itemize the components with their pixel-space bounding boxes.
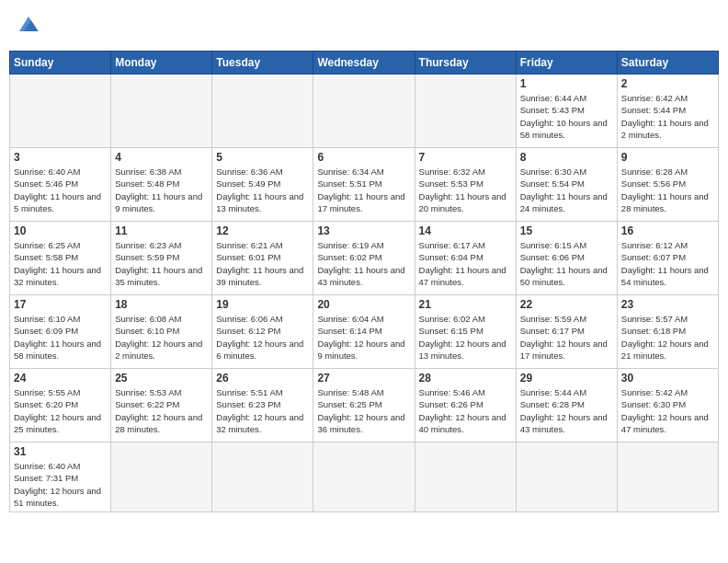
weekday-header-wednesday: Wednesday [313,52,415,75]
day-info: Sunrise: 6:15 AM Sunset: 6:06 PM Dayligh… [520,239,613,288]
day-info: Sunrise: 6:34 AM Sunset: 5:51 PM Dayligh… [317,166,410,214]
calendar-cell-21: 21Sunrise: 6:02 AM Sunset: 6:15 PM Dayli… [415,295,516,369]
calendar-cell-12: 12Sunrise: 6:21 AM Sunset: 6:01 PM Dayli… [212,222,313,295]
day-number: 29 [520,372,613,385]
day-info: Sunrise: 6:38 AM Sunset: 5:48 PM Dayligh… [115,166,208,214]
day-info: Sunrise: 6:30 AM Sunset: 5:54 PM Dayligh… [520,166,613,214]
day-number: 7 [419,151,512,164]
calendar-cell-5: 5Sunrise: 6:36 AM Sunset: 5:49 PM Daylig… [212,148,313,222]
logo [9,9,46,43]
calendar-table: SundayMondayTuesdayWednesdayThursdayFrid… [9,51,719,512]
day-number: 18 [115,298,208,311]
day-number: 12 [216,224,309,237]
calendar-cell-15: 15Sunrise: 6:15 AM Sunset: 6:06 PM Dayli… [516,222,617,295]
calendar-cell-17: 17Sunrise: 6:10 AM Sunset: 6:09 PM Dayli… [10,295,111,369]
calendar-cell-7: 7Sunrise: 6:32 AM Sunset: 5:53 PM Daylig… [415,148,516,222]
day-number: 13 [317,224,410,237]
day-info: Sunrise: 5:55 AM Sunset: 6:20 PM Dayligh… [14,386,107,435]
calendar-cell-empty [111,75,212,148]
day-info: Sunrise: 5:42 AM Sunset: 6:30 PM Dayligh… [621,386,714,435]
week-row-1: 3Sunrise: 6:40 AM Sunset: 5:46 PM Daylig… [10,148,719,222]
calendar-cell-28: 28Sunrise: 5:46 AM Sunset: 6:26 PM Dayli… [415,369,516,442]
day-info: Sunrise: 6:32 AM Sunset: 5:53 PM Dayligh… [419,166,512,214]
calendar-cell-22: 22Sunrise: 5:59 AM Sunset: 6:17 PM Dayli… [516,295,617,369]
day-number: 26 [216,372,309,385]
calendar-cell-1: 1Sunrise: 6:44 AM Sunset: 5:43 PM Daylig… [516,75,617,148]
calendar-cell-6: 6Sunrise: 6:34 AM Sunset: 5:51 PM Daylig… [313,148,415,222]
calendar-cell-empty [10,75,111,148]
calendar-cell-empty [212,75,313,148]
day-number: 22 [520,298,613,311]
calendar-cell-31: 31Sunrise: 6:40 AM Sunset: 7:31 PM Dayli… [10,442,111,512]
calendar-cell-11: 11Sunrise: 6:23 AM Sunset: 5:59 PM Dayli… [111,222,212,295]
day-info: Sunrise: 6:02 AM Sunset: 6:15 PM Dayligh… [419,313,512,362]
week-row-3: 17Sunrise: 6:10 AM Sunset: 6:09 PM Dayli… [10,295,719,369]
weekday-header-monday: Monday [111,52,212,75]
day-number: 1 [520,77,613,90]
calendar-cell-2: 2Sunrise: 6:42 AM Sunset: 5:44 PM Daylig… [617,75,718,148]
calendar-cell-18: 18Sunrise: 6:08 AM Sunset: 6:10 PM Dayli… [111,295,212,369]
day-number: 17 [14,298,107,311]
day-number: 2 [621,77,714,90]
day-number: 8 [520,151,613,164]
day-number: 31 [14,445,107,458]
day-info: Sunrise: 5:44 AM Sunset: 6:28 PM Dayligh… [520,386,613,435]
week-row-5: 31Sunrise: 6:40 AM Sunset: 7:31 PM Dayli… [10,442,719,512]
calendar-cell-29: 29Sunrise: 5:44 AM Sunset: 6:28 PM Dayli… [516,369,617,442]
calendar-cell-30: 30Sunrise: 5:42 AM Sunset: 6:30 PM Dayli… [617,369,718,442]
day-info: Sunrise: 6:40 AM Sunset: 5:46 PM Dayligh… [14,166,107,214]
day-number: 11 [115,224,208,237]
day-number: 3 [14,151,107,164]
weekday-header-tuesday: Tuesday [212,52,313,75]
weekday-header-friday: Friday [516,52,617,75]
day-number: 30 [621,372,714,385]
weekday-header-saturday: Saturday [617,52,718,75]
day-number: 19 [216,298,309,311]
day-number: 10 [14,224,107,237]
day-info: Sunrise: 5:48 AM Sunset: 6:25 PM Dayligh… [317,386,410,435]
day-number: 27 [317,372,410,385]
logo-text [13,13,42,40]
calendar-cell-empty [617,442,718,512]
day-info: Sunrise: 6:06 AM Sunset: 6:12 PM Dayligh… [216,313,309,362]
week-row-0: 1Sunrise: 6:44 AM Sunset: 5:43 PM Daylig… [10,75,719,148]
page-header [9,9,719,43]
week-row-2: 10Sunrise: 6:25 AM Sunset: 5:58 PM Dayli… [10,222,719,295]
day-info: Sunrise: 6:12 AM Sunset: 6:07 PM Dayligh… [621,239,714,288]
day-info: Sunrise: 6:19 AM Sunset: 6:02 PM Dayligh… [317,239,410,288]
calendar-cell-4: 4Sunrise: 6:38 AM Sunset: 5:48 PM Daylig… [111,148,212,222]
calendar-cell-10: 10Sunrise: 6:25 AM Sunset: 5:58 PM Dayli… [10,222,111,295]
day-info: Sunrise: 6:21 AM Sunset: 6:01 PM Dayligh… [216,239,309,288]
calendar-cell-23: 23Sunrise: 5:57 AM Sunset: 6:18 PM Dayli… [617,295,718,369]
day-number: 20 [317,298,410,311]
weekday-header-row: SundayMondayTuesdayWednesdayThursdayFrid… [10,52,719,75]
day-info: Sunrise: 6:36 AM Sunset: 5:49 PM Dayligh… [216,166,309,214]
day-info: Sunrise: 6:28 AM Sunset: 5:56 PM Dayligh… [621,166,714,214]
day-info: Sunrise: 6:04 AM Sunset: 6:14 PM Dayligh… [317,313,410,362]
day-number: 21 [419,298,512,311]
day-info: Sunrise: 5:59 AM Sunset: 6:17 PM Dayligh… [520,313,613,362]
calendar-cell-empty [516,442,617,512]
day-number: 16 [621,224,714,237]
calendar-cell-empty [415,75,516,148]
calendar-cell-9: 9Sunrise: 6:28 AM Sunset: 5:56 PM Daylig… [617,148,718,222]
day-number: 24 [14,372,107,385]
weekday-header-sunday: Sunday [10,52,111,75]
day-info: Sunrise: 6:40 AM Sunset: 7:31 PM Dayligh… [14,460,107,509]
day-number: 28 [419,372,512,385]
calendar-cell-14: 14Sunrise: 6:17 AM Sunset: 6:04 PM Dayli… [415,222,516,295]
day-number: 25 [115,372,208,385]
logo-icon [15,13,42,35]
day-info: Sunrise: 6:23 AM Sunset: 5:59 PM Dayligh… [115,239,208,288]
calendar-cell-empty [313,442,415,512]
day-number: 9 [621,151,714,164]
day-info: Sunrise: 6:10 AM Sunset: 6:09 PM Dayligh… [14,313,107,362]
calendar-cell-3: 3Sunrise: 6:40 AM Sunset: 5:46 PM Daylig… [10,148,111,222]
day-info: Sunrise: 6:42 AM Sunset: 5:44 PM Dayligh… [621,92,714,141]
day-info: Sunrise: 6:08 AM Sunset: 6:10 PM Dayligh… [115,313,208,362]
day-info: Sunrise: 6:25 AM Sunset: 5:58 PM Dayligh… [14,239,107,288]
calendar-cell-19: 19Sunrise: 6:06 AM Sunset: 6:12 PM Dayli… [212,295,313,369]
calendar-cell-empty [415,442,516,512]
day-number: 4 [115,151,208,164]
day-info: Sunrise: 5:53 AM Sunset: 6:22 PM Dayligh… [115,386,208,435]
